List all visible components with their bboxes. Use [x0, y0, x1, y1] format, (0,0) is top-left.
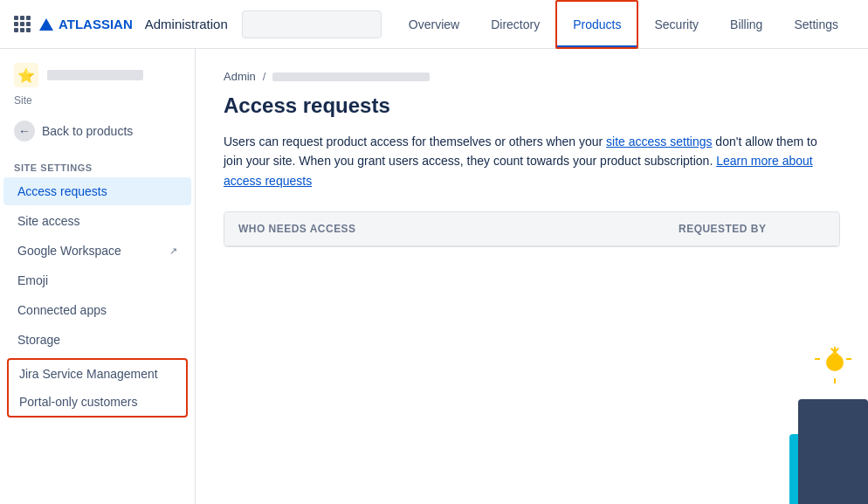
sun-ray: [834, 378, 836, 383]
sidebar-item-access-requests[interactable]: Access requests: [3, 177, 191, 205]
atlassian-triangle-icon: [39, 18, 53, 31]
atlassian-wordmark: ATLASSIAN: [59, 17, 133, 31]
nav-products[interactable]: Products: [555, 0, 638, 49]
site-access-settings-link[interactable]: site access settings: [606, 135, 712, 148]
app-switcher-icon[interactable]: [14, 16, 31, 32]
col-who-needs-access: Who needs access: [224, 212, 665, 245]
sun-ray: [846, 358, 851, 360]
nav-links: Overview Directory Products Security Bil…: [393, 0, 854, 49]
sidebar-item-storage[interactable]: Storage: [3, 326, 191, 354]
site-label: Site: [0, 94, 195, 114]
back-to-products-label: Back to products: [42, 124, 133, 138]
search-bar[interactable]: [242, 10, 382, 38]
sidebar-item-jira-service-management[interactable]: Jira Service Management: [9, 360, 186, 388]
breadcrumb-separator: /: [263, 70, 266, 83]
back-arrow-icon: ←: [14, 121, 35, 142]
back-to-products-button[interactable]: ← Back to products: [0, 114, 195, 148]
jsm-section: Jira Service Management Portal-only cust…: [7, 358, 188, 418]
admin-label: Administration: [145, 17, 228, 31]
nav-directory[interactable]: Directory: [475, 0, 555, 49]
sidebar-section-label: Site settings: [0, 148, 195, 176]
sidebar-site-header: ⭐: [0, 49, 195, 94]
breadcrumb: Admin /: [224, 70, 840, 83]
sidebar-item-google-workspace[interactable]: Google Workspace ↗: [3, 237, 191, 265]
atlassian-logo: ATLASSIAN: [39, 17, 133, 31]
sidebar-item-label: Google Workspace: [17, 244, 169, 258]
external-link-icon: ↗: [169, 245, 177, 257]
sun-illustration: [819, 347, 851, 378]
breadcrumb-page-placeholder: [272, 72, 430, 81]
nav-billing[interactable]: Billing: [714, 0, 778, 49]
sidebar-item-site-access[interactable]: Site access: [3, 207, 191, 235]
nav-overview[interactable]: Overview: [393, 0, 475, 49]
access-requests-table: Who needs access Requested by: [224, 211, 840, 247]
person-block: [798, 399, 868, 504]
description-text-1: Users can request product access for the…: [224, 135, 606, 148]
jsm-label: Jira Service Management: [19, 367, 158, 381]
sun-ray: [815, 358, 820, 360]
sidebar-item-label: Site access: [17, 214, 177, 228]
page-title: Access requests: [224, 93, 840, 118]
breadcrumb-admin[interactable]: Admin: [224, 70, 256, 83]
site-name-placeholder: [47, 70, 143, 80]
nav-settings[interactable]: Settings: [778, 0, 854, 49]
sidebar-item-emoji[interactable]: Emoji: [3, 266, 191, 294]
sidebar: ⭐ Site ← Back to products Site settings …: [0, 49, 196, 504]
page-layout: ⭐ Site ← Back to products Site settings …: [0, 49, 868, 504]
main-content: Admin / Access requests Users can reques…: [196, 49, 868, 504]
star-icon: ⭐: [14, 63, 38, 87]
col-requested-by: Requested by: [665, 212, 839, 245]
sidebar-item-label: Emoji: [17, 273, 177, 287]
nav-security[interactable]: Security: [638, 0, 714, 49]
sidebar-item-portal-only-customers[interactable]: Portal-only customers: [9, 388, 186, 416]
sidebar-item-connected-apps[interactable]: Connected apps: [3, 296, 191, 324]
illustration: [763, 329, 868, 504]
table-header: Who needs access Requested by: [224, 212, 839, 246]
sidebar-item-label: Access requests: [17, 184, 177, 198]
portal-label: Portal-only customers: [19, 395, 137, 409]
sidebar-item-label: Connected apps: [17, 303, 177, 317]
top-navigation: ATLASSIAN Administration Overview Direct…: [0, 0, 868, 49]
sun-circle: [826, 354, 844, 371]
page-description: Users can request product access for the…: [224, 132, 835, 190]
sidebar-item-label: Storage: [17, 333, 177, 347]
